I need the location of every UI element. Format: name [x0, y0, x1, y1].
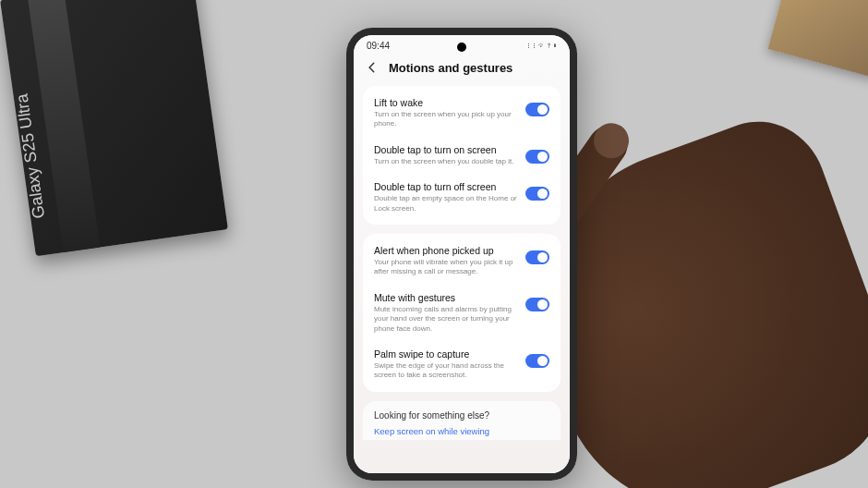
setting-title: Mute with gestures: [374, 292, 518, 303]
toggle-switch[interactable]: [525, 354, 549, 368]
footer-link-keep-screen-on[interactable]: Keep screen on while viewing: [374, 426, 549, 436]
setting-text: Double tap to turn off screen Double tap…: [374, 181, 518, 214]
setting-text: Alert when phone picked up Your phone wi…: [374, 245, 518, 277]
background-object: [768, 0, 868, 78]
setting-text: Mute with gestures Mute incoming calls a…: [374, 292, 518, 334]
setting-text: Double tap to turn on screen Turn on the…: [374, 144, 518, 166]
setting-title: Alert when phone picked up: [374, 245, 518, 256]
setting-title: Double tap to turn off screen: [374, 181, 518, 192]
product-box: Galaxy S25 Ultra: [0, 0, 228, 256]
setting-double-tap-on[interactable]: Double tap to turn on screen Turn on the…: [363, 137, 561, 174]
phone-screen: 09:44 ⋮ ⋮ ᯤ ⫯ ▮ Motions and gestures Lif…: [354, 35, 570, 473]
setting-title: Palm swipe to capture: [374, 348, 518, 360]
setting-lift-to-wake[interactable]: Lift to wake Turn on the screen when you…: [363, 90, 561, 137]
setting-desc: Turn on the screen when you double tap i…: [374, 157, 518, 166]
setting-text: Palm swipe to capture Swipe the edge of …: [374, 348, 518, 381]
toggle-switch[interactable]: [525, 150, 549, 164]
setting-desc: Double tap an empty space on the Home or…: [374, 194, 518, 214]
status-time: 09:44: [367, 41, 390, 51]
page-title: Motions and gestures: [389, 61, 512, 75]
setting-alert-pickup[interactable]: Alert when phone picked up Your phone wi…: [363, 238, 561, 285]
setting-title: Lift to wake: [374, 97, 518, 108]
phone-device: 09:44 ⋮ ⋮ ᯤ ⫯ ▮ Motions and gestures Lif…: [346, 28, 577, 481]
footer-heading: Looking for something else?: [374, 410, 549, 421]
setting-mute-gestures[interactable]: Mute with gestures Mute incoming calls a…: [363, 285, 561, 341]
back-button[interactable]: [365, 60, 380, 75]
app-header: Motions and gestures: [354, 53, 570, 82]
toggle-switch[interactable]: [525, 103, 549, 116]
toggle-switch[interactable]: [525, 298, 549, 311]
camera-hole: [457, 43, 466, 52]
settings-group: Lift to wake Turn on the screen when you…: [363, 86, 561, 225]
footer-section: Looking for something else? Keep screen …: [363, 401, 561, 440]
settings-list[interactable]: Lift to wake Turn on the screen when you…: [354, 82, 570, 473]
toggle-switch[interactable]: [525, 187, 549, 201]
chevron-left-icon: [366, 61, 379, 74]
settings-group: Alert when phone picked up Your phone wi…: [363, 234, 561, 392]
setting-title: Double tap to turn on screen: [374, 144, 518, 155]
setting-palm-swipe[interactable]: Palm swipe to capture Swipe the edge of …: [363, 341, 561, 388]
setting-text: Lift to wake Turn on the screen when you…: [374, 97, 518, 129]
toggle-switch[interactable]: [525, 250, 549, 264]
status-icons: ⋮ ⋮ ᯤ ⫯ ▮: [526, 42, 557, 50]
setting-desc: Mute incoming calls and alarms by puttin…: [374, 305, 518, 334]
setting-desc: Turn on the screen when you pick up your…: [374, 110, 518, 129]
setting-double-tap-off[interactable]: Double tap to turn off screen Double tap…: [363, 174, 561, 221]
setting-desc: Your phone will vibrate when you pick it…: [374, 258, 518, 277]
setting-desc: Swipe the edge of your hand across the s…: [374, 361, 518, 381]
